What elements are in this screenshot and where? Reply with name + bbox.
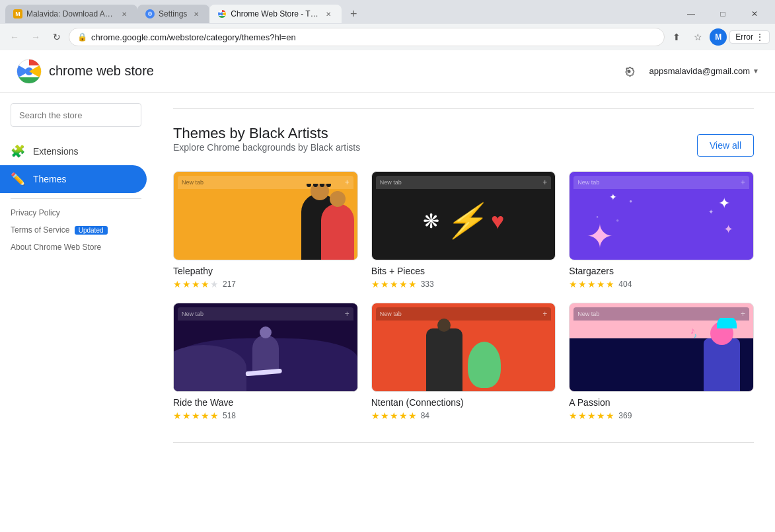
store-name: chrome web store [49,63,154,79]
tab-favicon-settings: ⚙ [145,9,155,19]
terms-of-service-label: Terms of Service [11,225,69,235]
privacy-policy-label: Privacy Policy [11,208,60,217]
sidebar-divider [11,198,141,199]
share-button[interactable]: ⬆ [667,28,686,46]
user-account-button[interactable]: appsmalavida@gmail.com ▼ [649,66,759,76]
tab-malavida[interactable]: M Malavida: Download Android Ap... ✕ [5,5,137,23]
tab-close-settings[interactable]: ✕ [191,9,202,19]
stars-passion: ★ ★ ★ ★ ★ [569,410,614,421]
stars-telepathy: ★ ★ ★ ★ ★ [173,279,219,289]
tab-close-malavida[interactable]: ✕ [119,9,129,19]
section-title: Themes by Black Artists [173,125,360,142]
theme-image-bits: New tab + ❋ ⚡ ♥ [371,171,556,260]
theme-rating-ntentan: ★ ★ ★ ★ ★ 84 [371,410,556,421]
chevron-down-icon: ▼ [753,67,759,75]
theme-rating-bits: ★ ★ ★ ★ ★ 333 [371,279,556,289]
tab-webstore[interactable]: Chrome Web Store - Themes ✕ [209,5,342,23]
theme-name-ntentan: Ntentan (Connections) [371,397,556,408]
theme-card-telepathy[interactable]: New tab + [173,171,358,289]
forward-button[interactable]: → [26,28,45,46]
star-3: ★ [192,410,200,421]
refresh-button[interactable]: ↻ [48,28,66,46]
address-bar[interactable]: 🔒 chrome.google.com/webstore/category/th… [69,28,665,46]
sidebar-item-themes[interactable]: ✏️ Themes [0,165,147,193]
star-2: ★ [182,279,191,289]
theme-card-stargazers[interactable]: New tab + ✦ ✦ ✦ ✦ ✦ ● ● ● [569,171,754,289]
star-1: ★ [569,410,577,421]
store-header: chrome web store appsmalavida@gmail.com … [0,50,775,93]
star-5: ★ [210,279,219,289]
about-label: About Chrome Web Store [11,243,101,252]
sidebar-item-extensions[interactable]: 🧩 Extensions [0,137,147,165]
star-3: ★ [587,279,596,289]
theme-card-bits[interactable]: New tab + ❋ ⚡ ♥ Bits + Pieces [371,171,556,289]
tab-settings[interactable]: ⚙ Settings ✕ [137,5,209,23]
star-3: ★ [390,279,398,289]
sidebar-nav: 🧩 Extensions ✏️ Themes [0,137,152,193]
theme-card-passion[interactable]: New tab + [569,303,754,421]
search-box [11,103,141,127]
star-2: ★ [381,279,389,289]
theme-name-stargazers: Stargazers [569,266,754,276]
theme-card-ntentan[interactable]: New tab + [371,303,556,421]
star-3: ★ [192,279,200,289]
tab-close-webstore[interactable]: ✕ [323,9,334,19]
tab-favicon-webstore [217,9,227,19]
sidebar: 🧩 Extensions ✏️ Themes Privacy Policy Te… [0,93,152,532]
star-1: ★ [173,410,182,421]
lock-icon: 🔒 [77,32,87,42]
error-button[interactable]: Error ⋮ [729,30,770,44]
search-input[interactable] [11,103,141,127]
sidebar-label-themes: Themes [33,174,67,184]
theme-image-stargazers: New tab + ✦ ✦ ✦ ✦ ✦ ● ● ● [569,171,754,260]
theme-name-telepathy: Telepathy [173,266,358,276]
star-1: ★ [569,279,577,289]
header-right: appsmalavida@gmail.com ▼ [617,59,759,83]
theme-name-wave: Ride the Wave [173,397,358,408]
star-1: ★ [371,410,380,421]
top-divider [173,108,754,109]
stars-stargazers: ★ ★ ★ ★ ★ [569,279,614,289]
gear-icon [622,65,636,78]
theme-name-bits: Bits + Pieces [371,266,556,276]
user-avatar[interactable]: M [710,28,727,46]
minimize-button[interactable]: — [676,5,706,23]
star-2: ★ [578,279,587,289]
theme-name-passion: A Passion [569,397,754,408]
window-controls: — □ ✕ [676,5,770,23]
privacy-policy-link[interactable]: Privacy Policy [0,204,152,221]
back-button[interactable]: ← [5,28,24,46]
browser-mockup-stargazers: New tab + [573,176,749,189]
section-title-group: Themes by Black Artists Explore Chrome b… [173,125,360,166]
star-4: ★ [399,410,408,421]
star-2: ★ [381,410,389,421]
stars-ntentan: ★ ★ ★ ★ ★ [371,410,417,421]
star-1: ★ [173,279,182,289]
error-label: Error [735,32,753,42]
star-5: ★ [210,410,219,421]
star-4: ★ [597,410,605,421]
nav-bar: ← → ↻ 🔒 chrome.google.com/webstore/categ… [0,24,775,50]
maximize-button[interactable]: □ [708,5,738,23]
bottom-divider [173,442,754,443]
tab-label-malavida: Malavida: Download Android Ap... [26,9,115,19]
theme-rating-wave: ★ ★ ★ ★ ★ 518 [173,410,358,421]
close-button[interactable]: ✕ [739,5,770,23]
settings-gear-button[interactable] [617,59,641,83]
url-text: chrome.google.com/webstore/category/them… [91,32,656,42]
bookmark-button[interactable]: ☆ [688,28,707,46]
theme-image-wave: New tab + [173,303,358,392]
star-2: ★ [182,410,191,421]
browser-mockup-bits: New tab + [376,176,552,189]
new-tab-button[interactable]: + [344,5,363,23]
theme-image-telepathy: New tab + [173,171,358,260]
tab-label-webstore: Chrome Web Store - Themes [231,9,319,19]
theme-card-wave[interactable]: New tab + [173,303,358,421]
about-link[interactable]: About Chrome Web Store [0,239,152,256]
updated-badge: Updated [75,226,108,235]
review-count-bits: 333 [421,280,434,289]
view-all-button[interactable]: View all [697,134,754,157]
terms-of-service-link[interactable]: Terms of Service Updated [0,221,152,239]
main-layout: 🧩 Extensions ✏️ Themes Privacy Policy Te… [0,93,775,532]
star-5: ★ [606,410,614,421]
